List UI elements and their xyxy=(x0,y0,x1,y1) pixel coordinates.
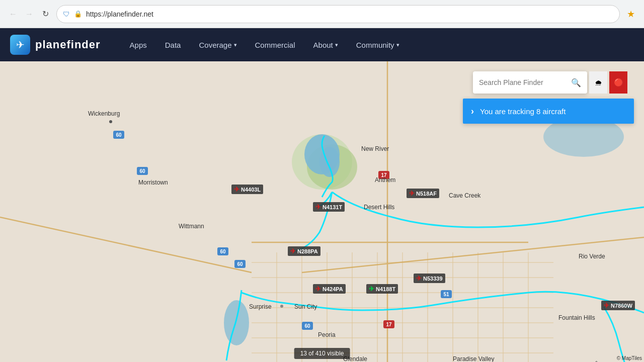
search-extras: 🌧 🔴 xyxy=(589,71,627,94)
browser-chrome: ← → ↻ 🛡 🔒 https://planefinder.net ★ xyxy=(0,0,644,28)
aircraft-n7860w[interactable]: ✈ N7860W xyxy=(601,301,635,310)
status-bar: 13 of 410 visible xyxy=(294,348,350,359)
aircraft-icon: ✈ xyxy=(315,203,321,211)
aircraft-n4188t[interactable]: ✈ N4188T xyxy=(366,284,398,294)
tracking-banner[interactable]: › You are tracking 8 aircraft xyxy=(463,99,634,124)
status-text: 13 of 410 visible xyxy=(300,350,344,357)
svg-text:60: 60 xyxy=(139,168,145,174)
svg-text:Fountain Hills: Fountain Hills xyxy=(558,314,595,321)
aircraft-n4131t[interactable]: ✈ N4131T xyxy=(313,202,345,212)
svg-point-52 xyxy=(109,120,112,123)
aircraft-icon: ✈ xyxy=(604,302,609,309)
search-box: 🔍 🌧 🔴 xyxy=(473,71,634,94)
aircraft-icon: ✈ xyxy=(409,190,415,197)
nav-data[interactable]: Data xyxy=(156,28,190,61)
svg-text:Wickenburg: Wickenburg xyxy=(88,110,120,117)
aircraft-id: N53339 xyxy=(423,276,443,282)
aircraft-id: N288PA xyxy=(297,248,318,254)
aircraft-icon: ✈ xyxy=(234,186,239,193)
nav-community[interactable]: Community▾ xyxy=(347,28,409,61)
aircraft-n53339[interactable]: ✈ N53339 xyxy=(414,274,445,283)
svg-point-4 xyxy=(319,147,340,177)
svg-text:Morristown: Morristown xyxy=(138,179,168,186)
logo-area[interactable]: ✈ planefinder xyxy=(10,35,101,55)
search-input[interactable] xyxy=(479,78,567,86)
forward-button[interactable]: → xyxy=(22,7,36,21)
nav-commercial[interactable]: Commercial xyxy=(246,28,304,61)
nav-about[interactable]: About▾ xyxy=(304,28,347,61)
logo-text: planefinder xyxy=(35,38,101,51)
aircraft-id: N424PA xyxy=(323,286,343,292)
tracking-text: You are tracking 8 aircraft xyxy=(480,107,566,116)
aircraft-id: N7860W xyxy=(611,303,632,309)
page-content: ✈ planefinder Apps Data Coverage▾ Commer… xyxy=(0,28,644,362)
browser-nav-buttons: ← → ↻ xyxy=(6,7,52,21)
security-icon: 🛡 xyxy=(63,10,70,18)
search-input-wrapper: 🔍 xyxy=(473,71,587,94)
aircraft-icon: ✈ xyxy=(290,247,296,255)
svg-text:Surprise: Surprise xyxy=(249,303,272,310)
aircraft-icon: ✈ xyxy=(315,285,321,293)
svg-text:Rio Verde: Rio Verde xyxy=(579,253,605,260)
reload-button[interactable]: ↻ xyxy=(38,7,52,21)
aircraft-n424pa[interactable]: ✈ N424PA xyxy=(313,284,346,294)
svg-text:60: 60 xyxy=(220,249,226,254)
weather-button[interactable]: 🌧 xyxy=(589,71,607,94)
svg-text:60: 60 xyxy=(237,261,243,267)
svg-text:Cave Creek: Cave Creek xyxy=(449,192,481,199)
search-button[interactable]: 🔍 xyxy=(571,78,581,87)
svg-text:60: 60 xyxy=(116,132,122,138)
aircraft-n4403l[interactable]: ✈ N4403L xyxy=(231,185,263,194)
svg-point-5 xyxy=(224,300,249,345)
svg-text:Sun City: Sun City xyxy=(294,303,317,310)
url-text: https://planefinder.net xyxy=(86,10,613,18)
aircraft-n288pa[interactable]: ✈ N288PA xyxy=(288,246,320,256)
svg-text:17: 17 xyxy=(386,322,392,327)
svg-text:Paradise Valley: Paradise Valley xyxy=(453,355,495,362)
logo-icon: ✈ xyxy=(10,35,30,55)
tracking-arrow: › xyxy=(471,106,474,117)
svg-text:Wittmann: Wittmann xyxy=(179,223,204,230)
nav-coverage[interactable]: Coverage▾ xyxy=(190,28,246,61)
notification-button[interactable]: 🔴 xyxy=(609,71,627,94)
svg-text:60: 60 xyxy=(304,323,310,329)
aircraft-icon: ✈ xyxy=(416,275,422,282)
navbar: ✈ planefinder Apps Data Coverage▾ Commer… xyxy=(0,28,644,61)
svg-text:51: 51 xyxy=(443,292,449,297)
address-bar[interactable]: 🛡 🔒 https://planefinder.net xyxy=(56,5,620,23)
nav-links: Apps Data Coverage▾ Commercial About▾ Co… xyxy=(121,28,634,61)
map-attribution: © MapTiles xyxy=(617,355,642,361)
svg-text:Anthem: Anthem xyxy=(375,176,395,184)
back-button[interactable]: ← xyxy=(6,7,20,21)
svg-text:Desert Hills: Desert Hills xyxy=(364,204,394,211)
aircraft-id: N4403L xyxy=(241,187,261,193)
lock-icon: 🔒 xyxy=(74,10,82,18)
aircraft-id: N4188T xyxy=(376,286,395,292)
aircraft-id: N518AF xyxy=(416,191,437,197)
map-container[interactable]: 60 60 60 60 60 17 17 51 87 xyxy=(0,61,644,362)
svg-point-70 xyxy=(280,305,283,308)
svg-text:New River: New River xyxy=(361,145,389,152)
bookmark-button[interactable]: ★ xyxy=(624,7,638,21)
aircraft-icon: ✈ xyxy=(369,285,374,293)
aircraft-n518af[interactable]: ✈ N518AF xyxy=(407,189,439,198)
svg-text:Peoria: Peoria xyxy=(318,331,336,338)
nav-apps[interactable]: Apps xyxy=(121,28,156,61)
aircraft-id: N4131T xyxy=(323,204,342,210)
